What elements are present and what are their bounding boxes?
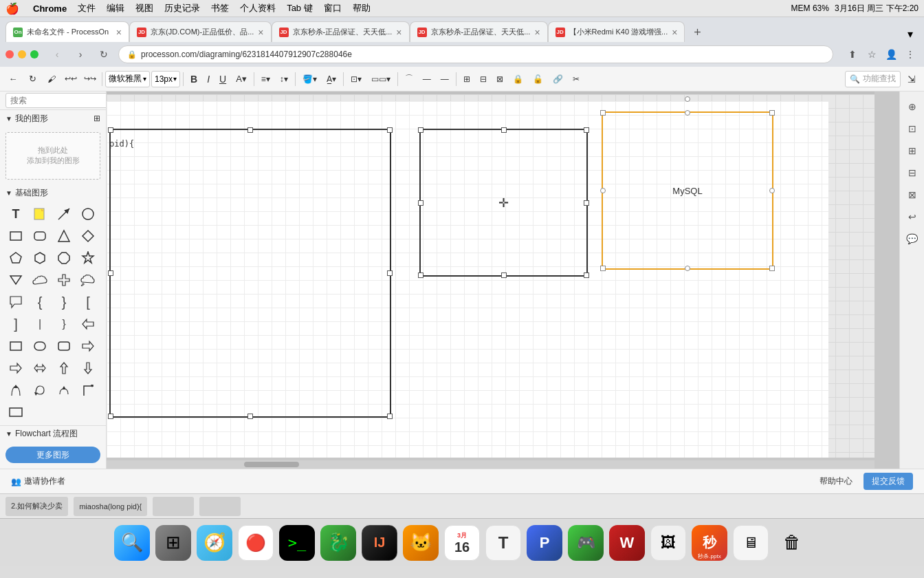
shape-cross[interactable] bbox=[54, 270, 74, 290]
handle-bottom[interactable] bbox=[685, 266, 690, 271]
menu-profile[interactable]: 个人资料 bbox=[240, 2, 276, 14]
text-bg-btn[interactable]: A̲▾ bbox=[322, 70, 340, 88]
dock-finder[interactable]: 🔍 bbox=[114, 525, 150, 561]
shape-style-btn[interactable]: ▭▭▾ bbox=[367, 70, 395, 88]
right-comment-btn[interactable]: 💬 bbox=[903, 229, 922, 248]
handle-left[interactable] bbox=[108, 270, 113, 276]
dock-safari[interactable]: 🧭 bbox=[197, 525, 232, 561]
line-type1-btn[interactable]: — bbox=[419, 70, 435, 88]
shape-pipe[interactable]: | bbox=[30, 314, 50, 334]
shape-rounded-rect2[interactable] bbox=[30, 336, 50, 356]
right-export-btn[interactable]: ⊠ bbox=[903, 185, 922, 204]
more-options-btn[interactable]: ✂ bbox=[569, 70, 584, 88]
shape-thought-bubble[interactable] bbox=[78, 270, 98, 290]
shape-rect[interactable] bbox=[6, 226, 26, 246]
paste-style-btn[interactable]: ⊠ bbox=[492, 70, 507, 88]
bookmark-icon[interactable]: ☆ bbox=[864, 46, 880, 63]
expand-btn[interactable]: ⇲ bbox=[903, 70, 920, 88]
shape-octagon[interactable] bbox=[54, 248, 74, 268]
tab-close-5[interactable]: × bbox=[672, 27, 677, 38]
shape-rounded-rect[interactable] bbox=[30, 226, 50, 246]
shape-text[interactable]: T bbox=[6, 204, 26, 224]
dock-catfish[interactable]: 🐱 bbox=[403, 525, 439, 561]
shape-star[interactable] bbox=[78, 248, 98, 268]
dock-preview[interactable]: 🖼 bbox=[650, 525, 686, 561]
handle-left[interactable] bbox=[600, 188, 606, 193]
help-center-button[interactable]: 帮助中心 bbox=[814, 474, 858, 489]
tab-more-button[interactable]: ▾ bbox=[902, 25, 918, 42]
bold-btn[interactable]: B bbox=[186, 70, 201, 88]
tab-processson[interactable]: On 未命名文件 - ProcessOn × bbox=[6, 21, 129, 42]
dock-appstore[interactable]: 🖥 bbox=[733, 525, 769, 561]
text-position-btn[interactable]: ⊡▾ bbox=[346, 70, 366, 88]
shape-corner[interactable] bbox=[78, 380, 98, 400]
shape-rect2[interactable] bbox=[6, 336, 26, 356]
italic-btn[interactable]: I bbox=[203, 70, 214, 88]
sidebar-search-input[interactable] bbox=[6, 93, 107, 108]
redo-btn[interactable]: ↪↪ bbox=[81, 70, 99, 88]
handle-tr[interactable] bbox=[769, 110, 775, 116]
handle-br[interactable] bbox=[769, 266, 775, 271]
dock-app12[interactable]: 🎮 bbox=[568, 525, 604, 561]
right-history-btn[interactable]: ↩ bbox=[903, 207, 922, 226]
flowchart-header[interactable]: ▼ Flowchart 流程图 bbox=[0, 425, 106, 441]
new-tab-button[interactable]: + bbox=[688, 23, 707, 42]
shape-curved-loop[interactable] bbox=[30, 380, 50, 400]
shape-wave-up[interactable] bbox=[54, 380, 74, 400]
handle-right[interactable] bbox=[584, 200, 589, 206]
handle-tl[interactable] bbox=[108, 127, 113, 133]
tab-close-1[interactable]: × bbox=[116, 27, 122, 38]
hscrollbar[interactable] bbox=[107, 460, 874, 469]
lock-btn[interactable]: 🔒 bbox=[509, 70, 527, 88]
shape-arrow-left[interactable] bbox=[78, 314, 98, 334]
font-selector[interactable]: 微软雅黑 ▾ bbox=[105, 71, 150, 87]
menu-help[interactable]: 帮助 bbox=[353, 2, 371, 14]
shape-single-rect[interactable] bbox=[6, 402, 26, 422]
shape-cloud[interactable] bbox=[30, 270, 50, 290]
shape-brace-r[interactable]: } bbox=[54, 292, 74, 312]
basic-shapes-header[interactable]: ▼ 基础图形 bbox=[0, 185, 106, 202]
handle-right[interactable] bbox=[387, 270, 393, 276]
window-close[interactable] bbox=[6, 50, 14, 58]
canvas-shape-3[interactable]: MySQL bbox=[602, 111, 773, 270]
tab-close-3[interactable]: × bbox=[396, 27, 402, 38]
link-btn[interactable]: 🔗 bbox=[549, 70, 567, 88]
shape-right-arrow2[interactable] bbox=[6, 358, 26, 378]
undo-btn[interactable]: ↩↩ bbox=[62, 70, 80, 88]
window-maximize[interactable] bbox=[30, 50, 38, 58]
shape-brace2-l[interactable]: { bbox=[54, 314, 74, 334]
shape-line[interactable] bbox=[54, 204, 74, 224]
handle-tl[interactable] bbox=[600, 110, 606, 116]
handle-tr[interactable] bbox=[584, 127, 589, 133]
canvas-area[interactable]: pid){ bbox=[107, 92, 899, 469]
chrome-label[interactable]: Chrome bbox=[33, 3, 67, 14]
dock-wps[interactable]: W bbox=[609, 525, 645, 561]
arrange-btn[interactable]: ⊞ bbox=[459, 70, 474, 88]
tab-xiaomi[interactable]: JD 【小米Redmi K40 游戏增强... × bbox=[548, 21, 685, 42]
dock-chrome[interactable]: 🔴 bbox=[238, 525, 274, 561]
taskbar-item-4[interactable] bbox=[199, 497, 241, 516]
feedback-button[interactable]: 提交反馈 bbox=[864, 473, 913, 490]
shape-note[interactable] bbox=[30, 204, 50, 224]
shape-bracket-r[interactable]: ] bbox=[6, 314, 26, 334]
dock-medis[interactable]: 🐉 bbox=[320, 525, 356, 561]
menu-tab[interactable]: Tab 键 bbox=[287, 2, 313, 14]
dock-trash[interactable]: 🗑 bbox=[774, 525, 810, 561]
font-color-btn[interactable]: A▾ bbox=[232, 70, 251, 88]
font-size-selector[interactable]: 13px ▾ bbox=[151, 71, 180, 87]
shape-pentagon[interactable] bbox=[6, 248, 26, 268]
undo-back-btn[interactable]: ← bbox=[4, 70, 22, 88]
handle-bl[interactable] bbox=[600, 266, 606, 271]
shape-squircle[interactable] bbox=[54, 336, 74, 356]
shape-curved-up[interactable] bbox=[6, 380, 26, 400]
invite-button[interactable]: 👥 邀请协作者 bbox=[11, 475, 65, 487]
taskbar-item-3[interactable] bbox=[153, 497, 194, 516]
apple-icon[interactable]: 🍎 bbox=[6, 2, 19, 15]
shape-hexagon[interactable] bbox=[30, 248, 50, 268]
menu-history[interactable]: 历史记录 bbox=[164, 2, 200, 14]
func-search[interactable]: 🔍 功能查找 bbox=[845, 71, 901, 87]
hscrollbar-thumb[interactable] bbox=[244, 462, 299, 467]
handle-right[interactable] bbox=[769, 188, 775, 193]
url-bar[interactable]: 🔒 processon.com/diagraming/6231814407912… bbox=[118, 45, 833, 63]
taskbar-item-2[interactable]: miaosha(long pid){ bbox=[74, 497, 147, 516]
